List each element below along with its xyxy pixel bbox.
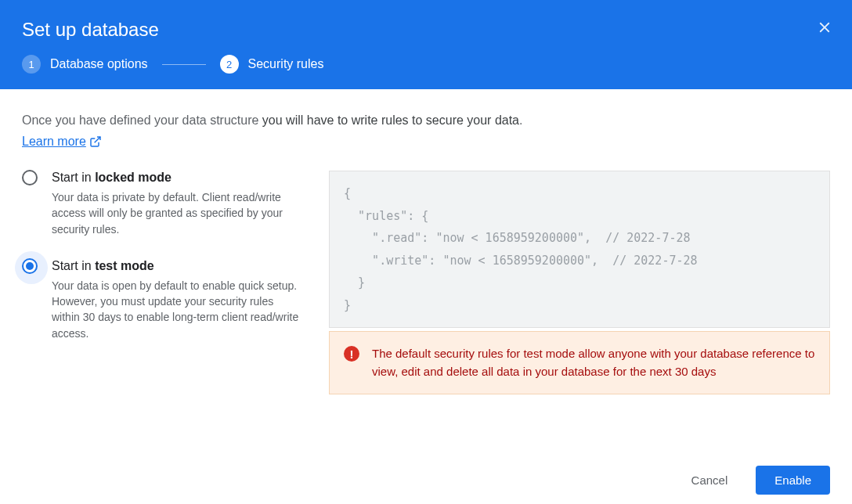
step-connector — [162, 64, 206, 65]
warning-banner: ! The default security rules for test mo… — [329, 331, 830, 394]
step-label: Security rules — [248, 57, 324, 71]
dialog-title: Set up database — [22, 19, 830, 41]
intro-bold: you will have to write rules to secure y… — [262, 113, 519, 127]
rules-code-preview: { "rules": { ".read": "now < 16589592000… — [329, 171, 830, 328]
title-bold: test mode — [95, 259, 154, 272]
enable-button[interactable]: Enable — [756, 466, 830, 495]
close-button[interactable] — [816, 19, 833, 39]
cancel-button[interactable]: Cancel — [673, 466, 747, 495]
radio-wrap — [22, 170, 41, 189]
option-locked-mode[interactable]: Start in locked mode Your data is privat… — [22, 171, 304, 237]
title-prefix: Start in — [52, 171, 95, 184]
dialog-footer: Cancel Enable — [0, 453, 852, 504]
step-database-options[interactable]: 1 Database options — [22, 55, 148, 74]
intro-text: Once you have defined your data structur… — [22, 111, 830, 130]
step-number: 2 — [220, 55, 239, 74]
content-row: Start in locked mode Your data is privat… — [22, 171, 830, 394]
step-number: 1 — [22, 55, 41, 74]
radio-locked[interactable] — [22, 170, 38, 185]
option-description: Your data is private by default. Client … — [52, 189, 304, 237]
external-link-icon — [89, 135, 102, 148]
option-text: Start in locked mode Your data is privat… — [52, 171, 304, 237]
warning-text: The default security rules for test mode… — [372, 344, 815, 381]
title-prefix: Start in — [52, 259, 95, 272]
step-label: Database options — [50, 57, 148, 71]
intro-suffix: . — [519, 113, 522, 127]
radio-wrap — [22, 258, 41, 277]
option-title: Start in test mode — [52, 259, 304, 273]
dialog-header: Set up database 1 Database options 2 Sec… — [0, 0, 852, 89]
stepper: 1 Database options 2 Security rules — [22, 55, 830, 74]
step-security-rules[interactable]: 2 Security rules — [220, 55, 324, 74]
warning-icon: ! — [344, 346, 359, 362]
intro-prefix: Once you have defined your data structur… — [22, 113, 262, 127]
title-bold: locked mode — [95, 171, 171, 184]
radio-dot-icon — [26, 262, 34, 270]
dialog-body: Once you have defined your data structur… — [0, 89, 852, 394]
learn-more-link[interactable]: Learn more — [22, 135, 102, 149]
close-icon — [816, 19, 833, 36]
preview-column: { "rules": { ".read": "now < 16589592000… — [329, 171, 830, 394]
option-title: Start in locked mode — [52, 171, 304, 185]
option-text: Start in test mode Your data is open by … — [52, 259, 304, 341]
learn-more-label: Learn more — [22, 135, 86, 149]
option-test-mode[interactable]: Start in test mode Your data is open by … — [22, 259, 304, 341]
options-column: Start in locked mode Your data is privat… — [22, 171, 304, 394]
option-description: Your data is open by default to enable q… — [52, 278, 304, 341]
radio-test[interactable] — [22, 258, 38, 274]
svg-line-0 — [94, 137, 99, 142]
